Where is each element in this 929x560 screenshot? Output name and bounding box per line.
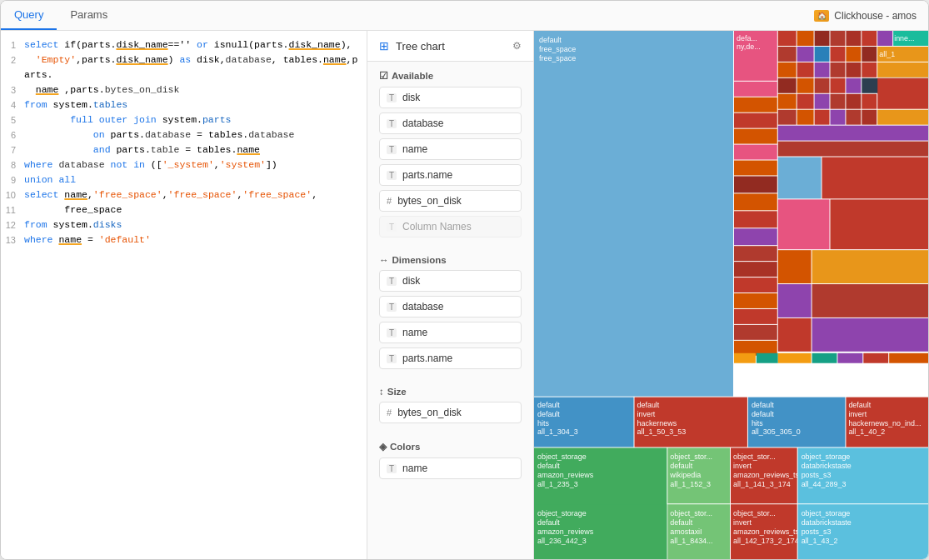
- treemap-cell-30: [830, 94, 845, 109]
- sql-line: 13 where name = 'default': [1, 232, 367, 248]
- treemap-cell-65: [778, 318, 812, 352]
- treemap-cell-66: [812, 318, 928, 352]
- colors-section: ◈ Colors T name: [367, 432, 533, 488]
- treemap-cell-18: [830, 62, 845, 78]
- treemap-cell-29: [815, 94, 830, 109]
- treemap-cell-default-hits-2: [748, 398, 846, 448]
- field-name-dim[interactable]: T name: [379, 322, 522, 343]
- field-disk-available[interactable]: T disk: [379, 87, 522, 108]
- treemap-cell-all2: [877, 62, 928, 78]
- treemap-cell-55: [830, 199, 928, 249]
- treemap-cell-23: [815, 78, 830, 93]
- treemap-cell-24: [830, 78, 845, 93]
- config-header: ⊞ Tree chart ⚙: [367, 31, 533, 62]
- field-name-color[interactable]: T name: [379, 458, 522, 479]
- connection-badge: 🏠 Clickhouse - amos: [802, 1, 928, 30]
- treemap-cell-hackernews-2: [846, 398, 928, 448]
- field-database-available[interactable]: T database: [379, 112, 522, 134]
- colors-section-title: ◈ Colors: [379, 441, 522, 452]
- field-name-available[interactable]: T name: [379, 138, 522, 160]
- chart-title: Tree chart: [396, 40, 506, 52]
- sql-line: 11 free_space: [1, 202, 367, 218]
- treemap-cell-7: [862, 31, 877, 46]
- treemap-cell-43: [778, 126, 928, 141]
- sql-line: 8 where database not in (['_system','sys…: [1, 158, 367, 172]
- treemap-cell-42: [734, 113, 777, 128]
- sql-line: 7 and parts.table = tables.name: [1, 142, 367, 158]
- treemap-cell-6: [846, 31, 861, 46]
- field-partsname-dim[interactable]: T parts.name: [379, 348, 522, 369]
- treemap-cell-63: [734, 293, 777, 308]
- treemap-cell-default-freespace: [534, 31, 733, 397]
- field-disk-dim[interactable]: T disk: [379, 270, 522, 292]
- treemap-cell-20: [862, 62, 877, 78]
- treemap-cell-11: [815, 47, 830, 62]
- treemap-cell-13: [846, 47, 861, 62]
- size-section: ↕ Size # bytes_on_disk: [367, 378, 533, 432]
- treemap-cell-59: [734, 262, 777, 277]
- treemap-cell-taxi: [667, 504, 730, 559]
- field-bytes-size[interactable]: # bytes_on_disk: [379, 402, 522, 423]
- treemap-cell-27: [778, 94, 797, 109]
- treemap-cell-36: [797, 110, 814, 125]
- sql-line: 2 'Empty',parts.disk_name) as disk,datab…: [1, 52, 367, 82]
- treemap-cell-14: [862, 47, 877, 62]
- treemap-cell-62: [812, 284, 928, 318]
- size-icon: ↕: [379, 387, 384, 397]
- available-section-title: ☑ Available: [379, 70, 522, 82]
- treemap-cell-32: [862, 94, 877, 109]
- field-partsname-available[interactable]: T parts.name: [379, 164, 522, 186]
- treemap-cell-15: [778, 62, 797, 78]
- dimensions-section-title: ↔ Dimensions: [379, 255, 522, 265]
- field-colnames-available: T Column Names: [379, 216, 522, 238]
- tab-bar: Query Params: [1, 1, 121, 30]
- tree-chart-icon: ⊞: [379, 39, 389, 52]
- treemap-cell-35: [778, 110, 797, 125]
- treemap-cell-tiny-3: [837, 353, 862, 363]
- main-content: 1 select if(parts.disk_name=='' or isnul…: [1, 31, 928, 559]
- gear-icon[interactable]: ⚙: [512, 40, 522, 52]
- treemap-cell-34: [734, 98, 777, 112]
- treemap-cell-58: [812, 250, 928, 283]
- treemap-cell-1: [734, 31, 777, 81]
- treemap-cell-40: [862, 110, 877, 125]
- field-bytes-available[interactable]: # bytes_on_disk: [379, 190, 522, 212]
- treemap-cell-3: [797, 31, 814, 46]
- treemap-cell-67: [734, 325, 777, 340]
- tab-query[interactable]: Query: [1, 1, 57, 30]
- treemap-panel: default free_space free_space defa... ny…: [534, 31, 928, 559]
- colors-icon: ◈: [379, 441, 387, 452]
- treemap-cell-69: [734, 353, 756, 363]
- treemap-cell-all1: [877, 47, 928, 62]
- treemap-cell-56: [734, 246, 777, 261]
- treemap-cell-60: [734, 278, 777, 292]
- main-window: Query Params 🏠 Clickhouse - amos 1 selec…: [0, 0, 929, 560]
- treemap-cell-61: [778, 284, 812, 318]
- treemap-cell-70: [757, 353, 778, 363]
- sql-line: 4 from system.tables: [1, 98, 367, 112]
- treemap-cell-41: [877, 110, 928, 125]
- treemap-cell-12: [830, 47, 845, 62]
- treemap-cell-5: [830, 31, 845, 46]
- treemap-cell-22: [797, 78, 814, 93]
- treemap-cell-amazon-tsv-2: [731, 504, 797, 559]
- window-header: Query Params 🏠 Clickhouse - amos: [1, 1, 928, 31]
- treemap-cell-posts-s3-bot: [798, 504, 928, 559]
- treemap-cell-19: [846, 62, 861, 78]
- treemap-cell-64: [734, 309, 777, 324]
- treemap-cell-21: [778, 78, 797, 93]
- size-section-title: ↕ Size: [379, 387, 522, 397]
- treemap-cell-10: [797, 47, 814, 62]
- treemap-cell-31: [846, 94, 861, 109]
- treemap-cell-33: [877, 78, 928, 109]
- sql-editor-panel[interactable]: 1 select if(parts.disk_name=='' or isnul…: [1, 31, 367, 559]
- tab-params[interactable]: Params: [57, 1, 121, 30]
- treemap-cell-44: [734, 129, 777, 144]
- treemap-cell-8: [877, 31, 892, 46]
- field-database-dim[interactable]: T database: [379, 296, 522, 318]
- treemap-cell-tiny-2: [812, 353, 837, 363]
- right-content: ⊞ Tree chart ⚙ ☑ Available T disk T: [367, 31, 928, 559]
- sql-line: 12 from system.disks: [1, 218, 367, 232]
- treemap-cell-45: [778, 142, 928, 157]
- treemap-cell-38: [830, 110, 845, 125]
